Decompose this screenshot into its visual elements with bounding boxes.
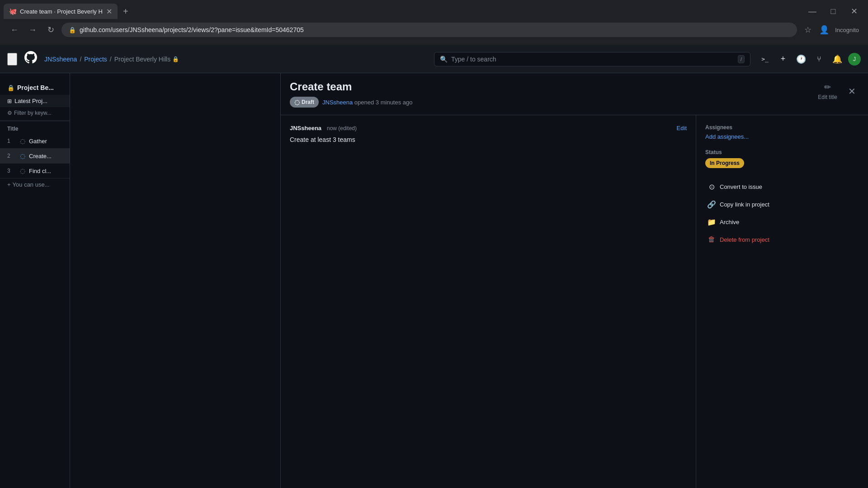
comment-block: JNSsheena now (edited) Edit Create at le… — [290, 124, 687, 145]
row-num-3: 3 — [7, 168, 16, 174]
close-detail-button[interactable]: ✕ — [844, 84, 859, 99]
breadcrumb-projects[interactable]: Projects — [84, 56, 107, 63]
edit-pencil-icon: ✏ — [824, 82, 831, 92]
search-icon: 🔍 — [440, 56, 448, 63]
search-container: 🔍 Type / to search / — [434, 52, 750, 66]
avatar[interactable]: J — [848, 53, 861, 66]
table-row-3[interactable]: 3 ◌ Find cl... — [0, 164, 70, 178]
sidebar-item-views[interactable]: ⊞ Latest Proj... — [0, 95, 70, 107]
detail-body: JNSsheena now (edited) Edit Create at le… — [281, 115, 868, 488]
detail-main: JNSsheena now (edited) Edit Create at le… — [281, 115, 696, 488]
delete-icon: 🗑 — [707, 235, 716, 244]
sidebar-filter[interactable]: ⚙ Filter by keyw... — [0, 107, 70, 119]
main-area: Create team ◌ Draft JNSsheena opened 3 m… — [70, 73, 868, 488]
search-box[interactable]: 🔍 Type / to search / — [434, 52, 750, 66]
copy-link-icon: 🔗 — [707, 200, 716, 209]
terminal-button[interactable]: >_ — [758, 52, 772, 66]
detail-sidebar: Assignees Add assignees... Status In Pro… — [696, 115, 868, 488]
assignees-value[interactable]: Add assignees... — [705, 133, 859, 140]
table-row-active[interactable]: 2 ◌ Create... — [0, 149, 70, 164]
copy-link-label: Copy link in project — [720, 201, 769, 208]
maximize-button[interactable]: □ — [823, 4, 844, 19]
status-label: Status — [705, 149, 859, 155]
assignees-field: Assignees Add assignees... — [705, 124, 859, 140]
address-bar[interactable]: 🔒 github.com/users/JNSsheena/projects/2/… — [61, 23, 797, 37]
bookmark-button[interactable]: ☆ — [801, 23, 815, 37]
menu-button[interactable]: ☰ — [7, 53, 17, 66]
draft-badge: ◌ Draft — [290, 97, 319, 108]
meta-author[interactable]: JNSsheena — [322, 99, 353, 106]
comment-edit-button[interactable]: Edit — [677, 125, 687, 131]
row-title-3: Find cl... — [29, 168, 51, 174]
status-field: Status In Progress — [705, 149, 859, 168]
convert-icon: ⊙ — [707, 183, 716, 191]
edit-title-label: Edit title — [818, 94, 837, 100]
copy-link-button[interactable]: 🔗 Copy link in project — [705, 197, 859, 212]
tab-title: Create team · Project Beverly H — [20, 8, 103, 15]
table-title-column: Title — [7, 126, 18, 132]
convert-label: Convert to issue — [720, 183, 762, 190]
incognito-label: Incognito — [833, 27, 861, 33]
row-num-2: 2 — [7, 153, 16, 159]
assignees-label: Assignees — [705, 124, 859, 131]
breadcrumb-sep1: / — [80, 56, 81, 63]
refresh-button[interactable]: ↻ — [43, 23, 58, 37]
row-num-1: 1 — [7, 138, 16, 144]
archive-button[interactable]: 📁 Archive — [705, 214, 859, 230]
profile-button[interactable]: 👤 — [817, 23, 831, 37]
archive-label: Archive — [720, 219, 739, 225]
detail-header: Create team ◌ Draft JNSsheena opened 3 m… — [281, 73, 868, 115]
detail-meta-text: JNSsheena opened 3 minutes ago — [322, 99, 413, 106]
status-badge[interactable]: In Progress — [705, 158, 744, 168]
search-placeholder: Type / to search — [451, 56, 734, 63]
detail-title-section: Create team ◌ Draft JNSsheena opened 3 m… — [290, 80, 814, 108]
comment-author: JNSsheena — [290, 125, 321, 131]
new-item-button[interactable]: + — [776, 52, 790, 66]
search-shortcut: / — [738, 55, 745, 63]
close-window-button[interactable]: ✕ — [844, 4, 864, 19]
address-text: github.com/users/JNSsheena/projects/2/vi… — [80, 26, 790, 33]
row-icon-1: ◌ — [20, 137, 25, 145]
sidebar: 🔒 Project Be... ⊞ Latest Proj... ⚙ Filte… — [0, 73, 70, 488]
sidebar-project-title: 🔒 Project Be... — [0, 80, 70, 95]
tab-favicon: 🐙 — [9, 8, 16, 15]
delete-button[interactable]: 🗑 Delete from project — [705, 232, 859, 247]
row-title-1: Gather — [29, 138, 47, 145]
github-logo — [24, 51, 37, 67]
row-add-button[interactable]: + You can use... — [0, 178, 70, 191]
convert-to-issue-button[interactable]: ⊙ Convert to issue — [705, 179, 859, 195]
lock-icon: 🔒 — [172, 56, 179, 62]
breadcrumb-current: Project Beverly Hills 🔒 — [114, 56, 179, 63]
forward-button[interactable]: → — [25, 23, 40, 37]
delete-label: Delete from project — [720, 236, 769, 243]
comment-author-section: JNSsheena now (edited) — [290, 124, 357, 131]
active-tab[interactable]: 🐙 Create team · Project Beverly H ✕ — [4, 4, 118, 19]
detail-panel: Create team ◌ Draft JNSsheena opened 3 m… — [280, 73, 868, 488]
row-icon-2: ◌ — [20, 152, 25, 160]
edit-title-button[interactable]: ✏ Edit title — [814, 80, 841, 102]
activity-button[interactable]: 🕐 — [794, 52, 808, 66]
detail-title: Create team — [290, 80, 814, 93]
breadcrumb: JNSsheena / Projects / Project Beverly H… — [44, 56, 179, 63]
comment-header: JNSsheena now (edited) Edit — [290, 124, 687, 131]
table-row[interactable]: 1 ◌ Gather — [0, 134, 70, 149]
breadcrumb-sep2: / — [110, 56, 112, 63]
archive-icon: 📁 — [707, 218, 716, 226]
sidebar-actions: ⊙ Convert to issue 🔗 Copy link in projec… — [705, 179, 859, 247]
breadcrumb-user[interactable]: JNSsheena — [44, 56, 77, 63]
back-button[interactable]: ← — [7, 23, 22, 37]
new-tab-button[interactable]: + — [119, 5, 132, 18]
pullrequest-button[interactable]: ⑂ — [812, 52, 826, 66]
row-icon-3: ◌ — [20, 167, 25, 174]
detail-header-actions: ✏ Edit title ✕ — [814, 80, 859, 102]
minimize-button[interactable]: — — [802, 4, 823, 19]
row-title-2: Create... — [29, 153, 52, 160]
comment-time: now (edited) — [327, 125, 357, 131]
detail-meta: ◌ Draft JNSsheena opened 3 minutes ago — [290, 97, 814, 108]
tab-close-btn[interactable]: ✕ — [106, 7, 112, 16]
notifications-button[interactable]: 🔔 — [830, 52, 844, 66]
comment-body: Create at least 3 teams — [290, 135, 687, 145]
github-header: ☰ JNSsheena / Projects / Project Beverly… — [0, 45, 868, 73]
header-actions: >_ + 🕐 ⑂ 🔔 J — [758, 52, 861, 66]
